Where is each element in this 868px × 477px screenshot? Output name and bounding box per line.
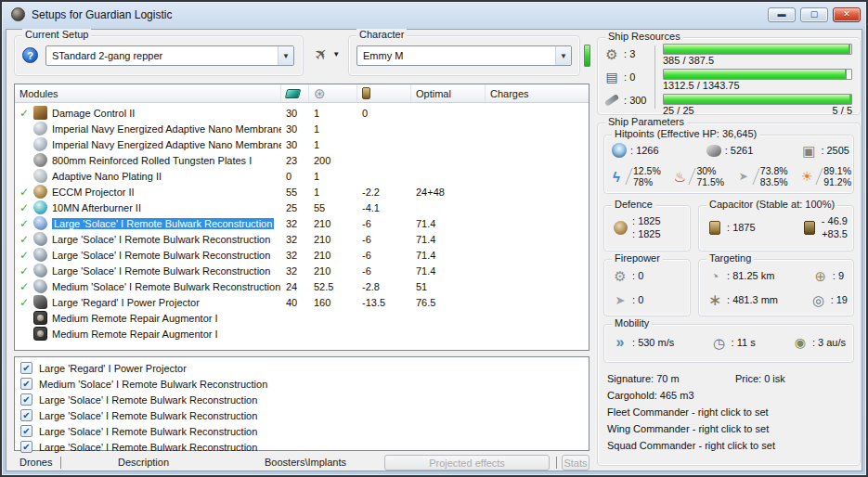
character-select[interactable]: Emmy M ▼ — [356, 45, 572, 66]
missile-dps-icon — [612, 291, 628, 308]
override-label: Large 'Solace' I Remote Bulwark Reconstr… — [39, 442, 257, 453]
override-panel: ✔Large 'Regard' I Power Projector✔Medium… — [14, 356, 589, 451]
powergrid-column-header[interactable] — [309, 84, 357, 102]
setup-select[interactable]: STandard 2-gang repper ▼ — [45, 45, 294, 66]
sensor-strength-value: 19 — [831, 294, 848, 305]
sensor-strength-icon — [810, 291, 827, 308]
turret-dps-value: 0 — [632, 270, 643, 281]
turret-hardpoints-icon — [603, 45, 620, 62]
ship-parameters-group: Ship Parameters Hitpoints (Effective HP:… — [597, 122, 861, 466]
module-row[interactable]: ✓10MN Afterburner II2555-4.1 — [15, 200, 589, 215]
bottom-tabs: Drones Description Boosters\Implants Pro… — [14, 455, 589, 471]
cpu-column-header[interactable] — [281, 84, 309, 102]
squad-commander-text[interactable]: Squad Commander - right click to set — [607, 437, 852, 454]
module-name: Imperial Navy Energized Adaptive Nano Me… — [52, 123, 281, 135]
module-pg: 210 — [309, 265, 357, 277]
module-row[interactable]: ✓Medium 'Solace' I Remote Bulwark Recons… — [15, 278, 589, 294]
tab-description[interactable]: Description — [118, 457, 169, 468]
override-checkbox[interactable]: ✔ — [20, 378, 32, 390]
stats-button[interactable]: Stats — [562, 455, 589, 471]
projected-effects-button[interactable]: Projected effects — [384, 455, 550, 471]
defence-repair-icon — [612, 219, 628, 236]
wing-commander-text[interactable]: Wing Commander - right click to set — [607, 420, 852, 437]
chevron-down-icon[interactable]: ▼ — [278, 46, 293, 65]
module-row[interactable]: Medium Remote Repair Augmentor I — [15, 310, 589, 326]
override-label: Medium 'Solace' I Remote Bulwark Reconst… — [39, 379, 267, 390]
kinetic-resist-stat: 73.8% 83.5% — [735, 165, 788, 187]
module-cpu: 30 — [281, 139, 309, 150]
module-optimal: 71.4 — [411, 218, 486, 229]
override-item[interactable]: ✔Large 'Solace' I Remote Bulwark Reconst… — [15, 423, 589, 439]
module-row[interactable]: ✓ECCM Projector II551-2.224+48 — [15, 184, 589, 200]
module-row[interactable]: Imperial Navy Energized Adaptive Nano Me… — [15, 136, 589, 152]
chevron-down-icon[interactable]: ▼ — [555, 46, 571, 65]
optimal-column-header[interactable]: Optimal — [411, 84, 486, 102]
module-name-text: Large 'Solace' I Remote Bulwark Reconstr… — [52, 250, 270, 261]
module-row[interactable]: ✓Large 'Solace' I Remote Bulwark Reconst… — [15, 263, 589, 278]
maximize-button[interactable]: ▢ — [800, 7, 828, 22]
module-name: Medium Remote Repair Augmentor I — [52, 313, 281, 324]
override-checkbox[interactable]: ✔ — [20, 425, 32, 437]
module-row[interactable]: ✓Large 'Solace' I Remote Bulwark Reconst… — [15, 215, 589, 231]
shield-hp-value: 1266 — [630, 145, 659, 156]
module-row[interactable]: ✓Large 'Regard' I Power Projector40160-1… — [15, 294, 589, 310]
close-button[interactable]: ✕ — [833, 7, 861, 22]
remote-rep-icon — [33, 264, 47, 277]
character-select-value: Emmy M — [357, 50, 555, 61]
powergrid-icon — [314, 86, 326, 100]
armor-hp-stat: 5261 — [706, 142, 754, 159]
launcher-hardpoints-value: 0 — [624, 71, 635, 83]
targeting-range-value: 81.25 km — [727, 270, 774, 281]
override-checkbox[interactable]: ✔ — [20, 409, 32, 421]
module-row[interactable]: Imperial Navy Energized Adaptive Nano Me… — [15, 121, 589, 136]
structure-hp-value: 2505 — [821, 145, 849, 156]
tab-boosters-implants[interactable]: Boosters\Implants — [265, 457, 346, 468]
override-checkbox[interactable]: ✔ — [20, 362, 32, 374]
charges-column-header[interactable]: Charges — [486, 84, 589, 102]
module-name: Large 'Solace' I Remote Bulwark Reconstr… — [52, 234, 281, 245]
module-cpu: 32 — [281, 250, 309, 261]
capacitor-recharge-value: +83.5 — [822, 227, 848, 240]
fleet-commander-text[interactable]: Fleet Commander - right click to set — [607, 404, 852, 420]
module-pg: 210 — [309, 234, 357, 245]
align-time-icon — [711, 334, 728, 351]
warp-speed-value: 3 au/s — [812, 337, 846, 348]
turret-dps-icon — [612, 267, 628, 284]
module-row[interactable]: Medium Remote Repair Augmentor I — [15, 326, 589, 342]
module-name-text: Large 'Solace' I Remote Bulwark Reconstr… — [52, 265, 270, 277]
module-pg: 210 — [309, 250, 357, 261]
override-checkbox[interactable]: ✔ — [20, 393, 32, 406]
override-item[interactable]: ✔Large 'Regard' I Power Projector — [15, 360, 589, 376]
module-pg: 1 — [309, 171, 357, 182]
override-item[interactable]: ✔Large 'Solace' I Remote Bulwark Reconst… — [15, 407, 589, 423]
module-row[interactable]: ✓Large 'Solace' I Remote Bulwark Reconst… — [15, 247, 589, 263]
minimize-button[interactable]: ▬ — [768, 7, 796, 22]
module-row[interactable]: ✓Damage Control II3010 — [15, 105, 589, 121]
hitpoints-group: Hitpoints (Effective HP: 36,645) 1266 52… — [603, 135, 854, 194]
launcher-hardpoints-stat: 0 — [603, 69, 651, 85]
module-name-text: Medium Remote Repair Augmentor I — [52, 313, 218, 324]
calibration-value: 300 — [624, 95, 646, 106]
tab-drones[interactable]: Drones — [19, 457, 52, 468]
armor-icon — [706, 145, 721, 157]
energized-membrane-icon — [33, 137, 47, 151]
titlebar[interactable]: Setups for Guardian Logistic ▬ ▢ ✕ — [2, 2, 866, 27]
module-row[interactable]: ✓Large 'Solace' I Remote Bulwark Reconst… — [15, 231, 589, 247]
remote-rep-icon — [33, 232, 47, 246]
help-icon[interactable]: ? — [22, 47, 38, 63]
override-item[interactable]: ✔Large 'Solace' I Remote Bulwark Reconst… — [15, 439, 589, 455]
ship-parameters-label: Ship Parameters — [605, 116, 687, 127]
module-row[interactable]: 800mm Reinforced Rolled Tungsten Plates … — [15, 152, 589, 168]
override-item[interactable]: ✔Large 'Solace' I Remote Bulwark Reconst… — [15, 392, 589, 407]
module-name-text: Large 'Solace' I Remote Bulwark Reconstr… — [52, 218, 274, 229]
powergrid-bar: 1312.5 / 1343.75 — [663, 69, 852, 92]
override-item[interactable]: ✔Medium 'Solace' I Remote Bulwark Recons… — [15, 376, 589, 392]
module-row[interactable]: Adaptive Nano Plating II01 — [15, 168, 589, 184]
capacitor-column-header[interactable] — [357, 84, 411, 102]
module-cpu: 32 — [281, 265, 309, 277]
ship-menu-button[interactable]: ✈ ▼ — [315, 46, 340, 62]
module-optimal: 71.4 — [411, 265, 486, 277]
modules-column-header[interactable]: Modules — [15, 84, 281, 102]
drone-count-text: 5 / 5 — [833, 105, 852, 117]
override-checkbox[interactable]: ✔ — [20, 441, 32, 453]
